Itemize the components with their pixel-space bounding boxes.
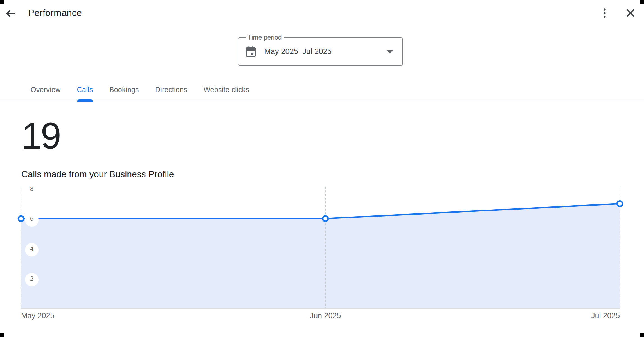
time-period-label: Time period	[246, 34, 284, 41]
tab-divider	[0, 101, 644, 101]
back-button[interactable]	[4, 7, 17, 20]
corner-marker	[0, 333, 4, 337]
svg-text:6: 6	[30, 215, 33, 222]
tab-bookings[interactable]: Bookings	[109, 77, 139, 102]
kebab-menu-icon	[603, 8, 606, 18]
tab-label: Calls	[77, 86, 93, 94]
tab-label: Directions	[155, 86, 187, 94]
svg-text:8: 8	[30, 185, 33, 192]
performance-dialog: Performance Time period May 2025–Jul 202…	[0, 0, 644, 337]
calendar-icon	[246, 46, 256, 57]
more-options-button[interactable]	[598, 7, 611, 19]
svg-text:Jun 2025: Jun 2025	[310, 311, 341, 320]
calls-area-chart: 8642May 2025Jun 2025Jul 2025	[0, 180, 644, 326]
time-period-value: May 2025–Jul 2025	[264, 47, 332, 56]
caret-down-icon	[387, 50, 393, 53]
close-button[interactable]	[624, 7, 637, 19]
tab-website-clicks[interactable]: Website clicks	[203, 77, 250, 102]
svg-text:Jul 2025: Jul 2025	[591, 311, 620, 320]
tab-label: Bookings	[109, 86, 139, 94]
corner-marker	[640, 333, 644, 337]
tab-bar: OverviewCallsBookingsDirectionsWebsite c…	[30, 77, 250, 102]
metric-description: Calls made from your Business Profile	[21, 168, 174, 180]
metric-value: 19	[21, 117, 60, 155]
close-icon	[626, 8, 635, 17]
svg-text:May 2025: May 2025	[21, 311, 55, 320]
svg-text:4: 4	[30, 245, 33, 252]
svg-text:2: 2	[30, 275, 33, 282]
corner-marker	[0, 0, 4, 4]
corner-marker	[640, 0, 644, 4]
tab-label: Overview	[31, 86, 61, 94]
tab-overview[interactable]: Overview	[30, 77, 61, 102]
tab-calls[interactable]: Calls	[76, 77, 94, 102]
arrow-left-icon	[6, 9, 16, 18]
page-title: Performance	[28, 8, 82, 18]
tab-directions[interactable]: Directions	[155, 77, 188, 102]
tab-label: Website clicks	[204, 86, 249, 94]
time-period-select[interactable]: Time period May 2025–Jul 2025	[238, 37, 403, 66]
